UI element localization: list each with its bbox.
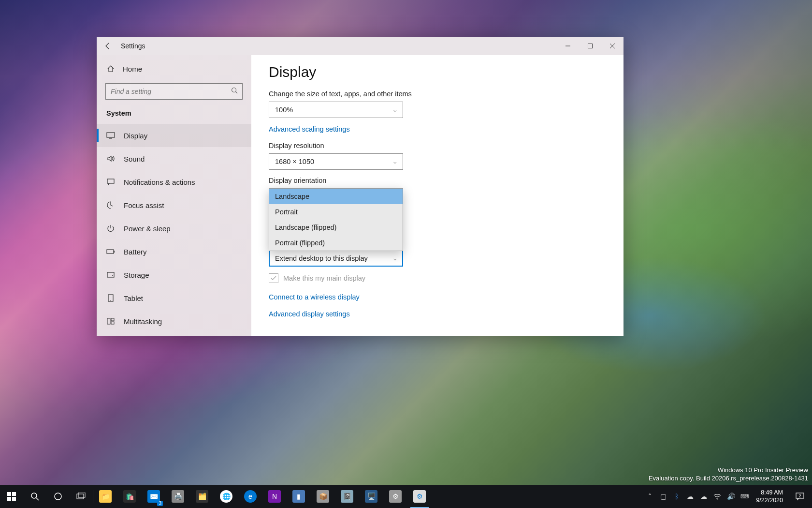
category-heading: System bbox=[97, 102, 251, 124]
sidebar-item-display[interactable]: Display bbox=[97, 124, 251, 147]
home-nav[interactable]: Home bbox=[97, 58, 251, 79]
taskbar-app-generic5[interactable]: ⚙ bbox=[383, 485, 407, 508]
search-button[interactable] bbox=[23, 485, 46, 508]
home-label: Home bbox=[123, 65, 142, 73]
sidebar-item-label: Battery bbox=[124, 248, 147, 256]
maximize-button[interactable] bbox=[579, 37, 601, 55]
orientation-label: Display orientation bbox=[269, 177, 606, 184]
taskbar-app-store[interactable]: 🛍️ bbox=[117, 485, 142, 508]
sidebar-item-label: Focus assist bbox=[124, 201, 164, 209]
orientation-option[interactable]: Portrait bbox=[269, 204, 403, 220]
taskbar-app-generic4[interactable]: 🖥️ bbox=[359, 485, 383, 508]
svg-rect-5 bbox=[114, 251, 115, 253]
chevron-down-icon: ⌵ bbox=[393, 107, 397, 113]
tray-onedrive2-icon[interactable]: ☁ bbox=[697, 485, 710, 508]
storage-icon bbox=[106, 272, 115, 278]
tray-chevron-icon[interactable]: ˄ bbox=[643, 485, 656, 508]
battery-icon bbox=[106, 249, 115, 254]
svg-rect-16 bbox=[12, 497, 16, 501]
cortana-button[interactable] bbox=[46, 485, 70, 508]
sidebar-item-tablet[interactable]: Tablet bbox=[97, 286, 251, 310]
taskbar-app-scanner[interactable]: 🖨️ bbox=[166, 485, 190, 508]
settings-content: Display Change the size of text, apps, a… bbox=[251, 55, 624, 336]
sidebar-item-focus[interactable]: Focus assist bbox=[97, 194, 251, 217]
sidebar-item-label: Display bbox=[124, 132, 147, 140]
orientation-option[interactable]: Landscape bbox=[269, 189, 403, 204]
taskbar-app-settings[interactable]: ⚙ bbox=[407, 485, 432, 508]
svg-point-9 bbox=[110, 300, 111, 301]
minimize-button[interactable] bbox=[557, 37, 579, 55]
titlebar[interactable]: Settings bbox=[97, 37, 624, 55]
search-input[interactable] bbox=[105, 83, 243, 100]
taskbar-app-generic2[interactable]: 📦 bbox=[311, 485, 335, 508]
system-tray: ˄ ▢ ᛒ ☁ ☁ 🔊 ⌨ 8:49 AM 9/22/2020 2 bbox=[643, 485, 812, 508]
page-title: Display bbox=[269, 64, 606, 80]
taskbar-app-generic1[interactable]: ▮ bbox=[287, 485, 311, 508]
sidebar-item-storage[interactable]: Storage bbox=[97, 263, 251, 286]
tray-volume-icon[interactable]: 🔊 bbox=[724, 485, 738, 508]
taskbar-clock[interactable]: 8:49 AM 9/22/2020 bbox=[751, 489, 788, 505]
advanced-display-link[interactable]: Advanced display settings bbox=[269, 310, 350, 318]
power-icon bbox=[106, 224, 115, 232]
sidebar-item-power[interactable]: Power & sleep bbox=[97, 217, 251, 240]
advanced-scaling-link[interactable]: Advanced scaling settings bbox=[269, 125, 350, 133]
orientation-dropdown-open[interactable]: LandscapePortraitLandscape (flipped)Port… bbox=[269, 188, 403, 251]
sidebar-item-label: Sound bbox=[124, 155, 145, 163]
svg-rect-14 bbox=[12, 492, 16, 496]
tray-wifi-icon[interactable] bbox=[710, 485, 724, 508]
tray-onedrive-icon[interactable]: ☁ bbox=[683, 485, 697, 508]
resolution-dropdown[interactable]: 812 × 508 ⌵ bbox=[269, 153, 403, 170]
sound-icon bbox=[106, 155, 115, 163]
main-display-checkbox: Make this my main display bbox=[269, 273, 606, 283]
display-icon bbox=[106, 132, 115, 139]
sidebar-item-label: Storage bbox=[124, 271, 149, 279]
sidebar-item-label: Notifications & actions bbox=[124, 178, 195, 186]
taskbar-app-explorer[interactable]: 📁 bbox=[93, 485, 117, 508]
svg-rect-20 bbox=[78, 493, 85, 497]
tray-bluetooth-icon[interactable]: ᛒ bbox=[670, 485, 683, 508]
svg-point-7 bbox=[112, 275, 113, 276]
taskbar-app-edge[interactable]: e bbox=[238, 485, 262, 508]
wireless-display-link[interactable]: Connect to a wireless display bbox=[269, 293, 360, 301]
task-view-button[interactable] bbox=[70, 485, 93, 508]
tray-meet-icon[interactable]: ▢ bbox=[656, 485, 670, 508]
home-icon bbox=[106, 65, 115, 73]
chevron-down-icon: ⌵ bbox=[393, 255, 397, 262]
resolution-label: Display resolution bbox=[269, 142, 606, 149]
desktop-wallpaper: Windows 10 Pro Insider Preview Evaluatio… bbox=[0, 0, 812, 508]
taskbar-app-generic3[interactable]: 📓 bbox=[335, 485, 359, 508]
checkbox-icon bbox=[269, 273, 278, 283]
taskbar-app-chrome[interactable]: 🌐 bbox=[214, 485, 238, 508]
close-button[interactable] bbox=[601, 37, 624, 55]
svg-rect-3 bbox=[107, 179, 114, 183]
action-center-button[interactable]: 2 bbox=[788, 485, 812, 508]
start-button[interactable] bbox=[0, 485, 23, 508]
build-watermark: Windows 10 Pro Insider Preview Evaluatio… bbox=[649, 466, 808, 483]
scale-dropdown[interactable]: 100% ⌵ bbox=[269, 102, 403, 118]
search-icon bbox=[231, 87, 238, 94]
orientation-option[interactable]: Landscape (flipped) bbox=[269, 220, 403, 235]
svg-rect-10 bbox=[107, 318, 110, 324]
svg-rect-12 bbox=[111, 322, 114, 324]
multiple-displays-dropdown[interactable]: Extend desktop to this display ⌵ bbox=[269, 250, 403, 267]
orientation-option[interactable]: Portrait (flipped) bbox=[269, 235, 403, 251]
settings-window: Settings Home bbox=[97, 37, 624, 336]
svg-rect-15 bbox=[7, 497, 11, 501]
back-button[interactable] bbox=[97, 37, 119, 55]
multitask-icon bbox=[106, 318, 115, 325]
svg-rect-13 bbox=[7, 492, 11, 496]
sidebar-item-multitask[interactable]: Multitasking bbox=[97, 310, 251, 333]
taskbar-app-mail[interactable]: ✉️ 3 bbox=[142, 485, 166, 508]
sidebar-item-notifications[interactable]: Notifications & actions bbox=[97, 170, 251, 194]
svg-rect-11 bbox=[111, 318, 114, 321]
svg-point-18 bbox=[55, 493, 61, 500]
taskbar-app-vdesktop[interactable]: 🗂️ bbox=[190, 485, 214, 508]
taskbar: 📁 🛍️ ✉️ 3 🖨️ 🗂️ 🌐 e N ▮ 📦 📓 🖥️ ⚙ ⚙ ˄ ▢ ᛒ… bbox=[0, 485, 812, 508]
tray-language-icon[interactable]: ⌨ bbox=[738, 485, 751, 508]
sidebar-item-battery[interactable]: Battery bbox=[97, 240, 251, 263]
svg-point-1 bbox=[232, 88, 236, 92]
taskbar-app-onenote[interactable]: N bbox=[262, 485, 287, 508]
svg-point-17 bbox=[31, 493, 37, 498]
tablet-icon bbox=[106, 294, 115, 302]
sidebar-item-sound[interactable]: Sound bbox=[97, 147, 251, 170]
